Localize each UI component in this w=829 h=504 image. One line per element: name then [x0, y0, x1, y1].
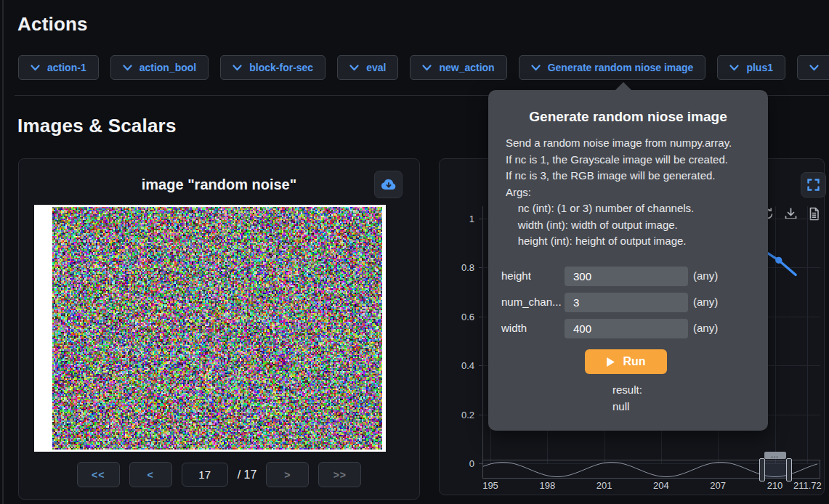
popup-title: Generate random niose image	[488, 109, 768, 125]
random-noise-image	[52, 207, 382, 450]
last-page-button[interactable]: >>	[318, 462, 361, 487]
x-tick-label: 198	[539, 480, 555, 491]
chevron-down-icon	[349, 65, 359, 71]
popup-description-line: nc (int): (1 or 3) number of channels.	[506, 200, 756, 217]
range-slider[interactable]: ...	[482, 460, 820, 479]
cloud-download-button[interactable]	[374, 171, 403, 198]
actions-heading: Actions	[17, 13, 88, 36]
y-tick-label: 1	[469, 214, 474, 224]
chevron-down-icon	[531, 65, 541, 71]
images-heading: Images & Scalars	[17, 115, 177, 137]
chevron-down-icon	[232, 65, 242, 71]
rangeslider-handle-right[interactable]	[786, 458, 792, 481]
run-button-label: Run	[623, 355, 645, 368]
y-tick-label: 0	[469, 458, 474, 469]
action-button-generate-random-niose-image[interactable]: Generate random niose image	[519, 55, 706, 80]
page-number-input[interactable]	[182, 463, 228, 487]
action-button-label: action_bool	[139, 62, 197, 73]
field-label: width	[501, 322, 527, 334]
action-button-new-action[interactable]: new_action	[410, 55, 506, 80]
chevron-down-icon	[729, 65, 739, 71]
field-type-hint: (any)	[693, 296, 718, 308]
x-tick-label: 211.72	[793, 480, 822, 491]
data-point-marker	[775, 257, 782, 264]
field-type-hint: (any)	[693, 322, 718, 334]
action-button-label: plus1	[746, 62, 773, 73]
actions-row: action-1action_boolblock-for-secevalnew_…	[18, 55, 829, 80]
popup-description-line: If nc is 1, the Grayscale image will be …	[506, 152, 756, 168]
field-row-height: height(any)	[488, 267, 768, 286]
pagination: << < / 17 > >>	[19, 462, 419, 487]
field-label: num_chan...	[501, 296, 562, 308]
chevron-down-icon	[123, 65, 132, 71]
cloud-download-icon	[381, 178, 397, 191]
field-type-hint: (any)	[693, 269, 718, 282]
result-label: result:	[612, 383, 642, 396]
image-card: image "random noise" << < / 17 > >>	[18, 158, 420, 500]
chevron-down-icon	[809, 65, 819, 71]
action-popup: Generate random niose image Send a rando…	[488, 90, 768, 431]
play-icon	[606, 357, 615, 367]
rangeslider-window[interactable]	[761, 460, 788, 478]
left-edge-line	[2, 0, 4, 504]
popup-description-line: height (int): height of output image.	[506, 233, 756, 250]
action-button-plus1[interactable]: plus1	[717, 55, 785, 80]
first-page-button[interactable]: <<	[77, 462, 120, 487]
action-button-label: block-for-sec	[249, 62, 313, 73]
y-tick-label: 0.4	[461, 360, 474, 371]
action-button-label: Generate random niose image	[548, 62, 694, 73]
result-value: null	[612, 400, 629, 412]
action-button-clipped[interactable]	[797, 55, 829, 80]
action-button-action-1[interactable]: action-1	[18, 55, 99, 80]
fullscreen-icon	[807, 179, 820, 191]
popup-description-line: width (int): width of output image.	[506, 217, 756, 234]
field-input-num-chan-[interactable]	[565, 293, 688, 312]
action-button-label: eval	[366, 62, 386, 73]
chevron-down-icon	[31, 65, 40, 71]
action-button-action-bool[interactable]: action_bool	[110, 55, 209, 80]
image-card-title: image "random noise"	[19, 176, 419, 193]
x-tick-label: 204	[653, 480, 669, 491]
y-tick-label: 0.2	[461, 409, 474, 420]
field-row-width: width(any)	[488, 319, 768, 338]
action-button-label: new_action	[439, 62, 494, 73]
y-tick-label: 0.6	[461, 311, 474, 322]
image-frame	[34, 205, 386, 452]
field-input-height[interactable]	[565, 267, 688, 286]
chevron-down-icon	[422, 65, 432, 71]
field-label: height	[501, 269, 531, 282]
x-tick-label: 195	[482, 480, 498, 491]
action-button-label: action-1	[47, 62, 86, 73]
y-tick-label: 0.8	[461, 262, 474, 273]
fullscreen-button[interactable]	[801, 172, 826, 198]
action-button-eval[interactable]: eval	[337, 55, 398, 80]
rangeslider-grip[interactable]: ...	[764, 452, 786, 459]
next-page-button[interactable]: >	[266, 462, 309, 487]
popup-description: Send a random noise image from numpy.arr…	[506, 135, 756, 250]
run-button[interactable]: Run	[585, 349, 667, 374]
x-tick-label: 207	[710, 480, 726, 491]
x-tick-label: 210	[767, 480, 783, 491]
popup-description-line: Send a random noise image from numpy.arr…	[506, 135, 756, 152]
field-row-num-chan-: num_chan...(any)	[488, 293, 768, 312]
page-total-label: / 17	[238, 468, 257, 481]
rangeslider-handle-left[interactable]	[759, 458, 765, 481]
field-input-width[interactable]	[565, 319, 688, 338]
popup-description-line: If nc is 3, the RGB image will be genera…	[506, 168, 756, 184]
popup-description-line: Args:	[506, 184, 756, 201]
action-button-block-for-sec[interactable]: block-for-sec	[220, 55, 325, 80]
popup-caret	[615, 82, 632, 91]
x-tick-label: 201	[597, 480, 612, 491]
prev-page-button[interactable]: <	[129, 462, 172, 487]
